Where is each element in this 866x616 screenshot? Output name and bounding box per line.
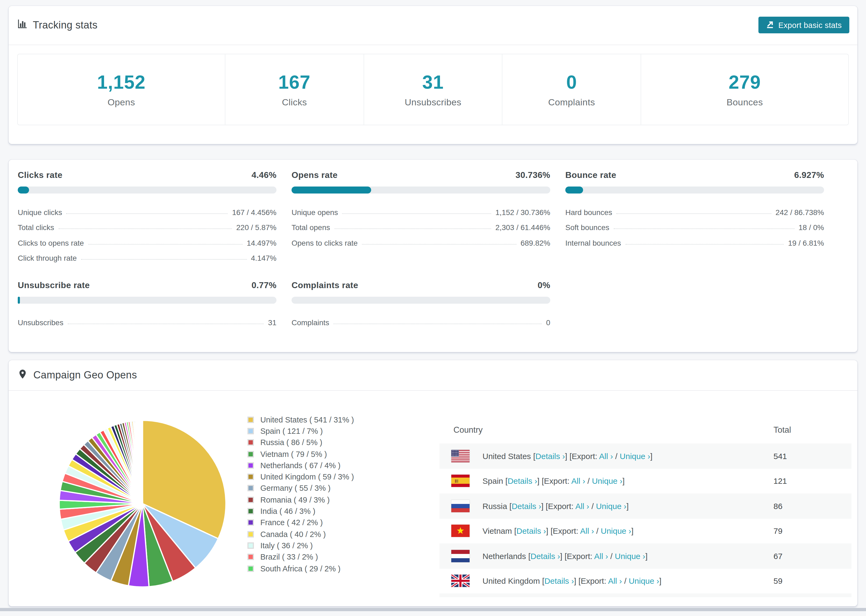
legend-swatch (247, 508, 254, 514)
export-prefix: Export: (544, 476, 572, 486)
geo-row-text: United States [Details ›] [Export: All ›… (482, 451, 652, 460)
stat-box-unsubscribes: 31Unsubscribes (363, 54, 502, 125)
stat-label: Complaints (548, 97, 595, 108)
stat-label: Bounces (726, 97, 763, 108)
rate-row-value: 31 (268, 318, 277, 327)
export-all-link[interactable]: All › (580, 526, 594, 536)
legend-label: Italy ( 36 / 2% ) (260, 541, 313, 550)
geo-row-text: Netherlands [Details ›] [Export: All › /… (482, 552, 648, 561)
details-link[interactable]: Details › (535, 451, 565, 460)
geo-table-header: Country Total (439, 390, 852, 443)
geo-table-row-gb: United Kingdom [Details ›] [Export: All … (439, 569, 852, 593)
export-unique-link[interactable]: Unique › (615, 552, 645, 561)
pie-legend: United States ( 541 / 31% )Spain ( 121 /… (247, 414, 354, 574)
bracket: ] [ (537, 476, 544, 486)
export-unique-link[interactable]: Unique › (596, 501, 627, 511)
legend-item-canada: Canada ( 40 / 2% ) (247, 528, 354, 540)
rate-title: Unsubscribe rate (18, 281, 90, 290)
export-unique-link[interactable]: Unique › (629, 577, 659, 586)
bar-chart-icon (17, 19, 27, 32)
rate-row-label: Complaints (291, 318, 329, 327)
legend-item-russia: Russia ( 86 / 5% ) (247, 437, 354, 448)
details-link[interactable]: Details › (516, 526, 546, 536)
rate-head: Unsubscribe rate0.77% (18, 281, 277, 290)
rate-row-label: Click through rate (18, 254, 77, 262)
total-value: 59 (773, 577, 783, 586)
stat-box-bounces: 279Bounces (641, 54, 848, 125)
stat-box-complaints: 0Complaints (502, 54, 641, 125)
rate-row: Click through rate4.147% (18, 247, 277, 262)
horizontal-scrollbar[interactable] (0, 608, 866, 611)
geo-row-text: Russia [Details ›] [Export: All › / Uniq… (482, 501, 629, 511)
export-unique-link[interactable]: Unique › (601, 526, 631, 536)
rate-row-value: 167 / 4.456% (232, 208, 277, 216)
export-unique-link[interactable]: Unique › (620, 451, 650, 460)
legend-label: Romania ( 49 / 3% ) (260, 495, 330, 504)
export-button-label: Export basic stats (778, 21, 842, 29)
pie-slice-other-40 (142, 420, 143, 504)
page-title: Tracking stats (33, 19, 98, 31)
legend-label: France ( 42 / 2% ) (260, 519, 323, 527)
geo-header: Campaign Geo Opens (9, 360, 857, 391)
export-prefix: Export: (548, 501, 575, 511)
legend-swatch (247, 451, 254, 457)
legend-swatch (247, 485, 254, 492)
details-link[interactable]: Details › (507, 476, 537, 486)
country-name: United Kingdom (482, 577, 542, 586)
rate-row-label: Soft bounces (565, 223, 609, 232)
bracket: ] [ (546, 526, 553, 536)
rate-row: Hard bounces242 / 86.738% (565, 201, 824, 216)
legend-item-united-states: United States ( 541 / 31% ) (247, 414, 354, 426)
flag-es (451, 475, 469, 487)
rate-row-value: 242 / 86.738% (775, 208, 824, 216)
export-all-link[interactable]: All › (599, 451, 613, 460)
bracket: ] [ (565, 451, 572, 460)
export-unique-link[interactable]: Unique › (592, 476, 622, 486)
legend-label: India ( 46 / 3% ) (260, 507, 315, 515)
export-all-link[interactable]: All › (608, 577, 622, 586)
bracket: ] (627, 501, 628, 511)
rate-title: Opens rate (291, 170, 337, 180)
rate-rows: Hard bounces242 / 86.738%Soft bounces18 … (565, 201, 824, 247)
dotted-leader (66, 213, 228, 214)
country-name: Russia (482, 501, 509, 511)
legend-item-south-africa: South Africa ( 29 / 2% ) (247, 563, 354, 574)
rate-row: Complaints0 (291, 311, 550, 327)
tracking-stats-card: Tracking stats Export basic stats 1,152O… (9, 6, 857, 144)
rate-row-value: 689.82% (520, 238, 550, 247)
rate-progress-track (18, 297, 277, 304)
legend-swatch (247, 439, 254, 446)
export-all-link[interactable]: All › (594, 552, 608, 561)
rate-row-value: 2,303 / 61.446% (495, 223, 550, 232)
dotted-leader (88, 244, 242, 244)
geo-opens-pie-chart (56, 417, 229, 590)
export-basic-stats-button[interactable]: Export basic stats (759, 17, 849, 33)
rate-row-value: 19 / 6.81% (788, 238, 824, 247)
campaign-geo-opens-card: Campaign Geo Opens United States ( 541 /… (9, 360, 857, 606)
map-pin-icon (17, 368, 28, 382)
country-name: Netherlands (482, 552, 528, 561)
rate-block-unsubscribe-rate: Unsubscribe rate0.77%Unsubscribes31 (18, 281, 277, 327)
export-all-link[interactable]: All › (575, 501, 589, 511)
details-link[interactable]: Details › (544, 577, 574, 586)
legend-swatch (247, 531, 254, 537)
legend-label: United States ( 541 / 31% ) (260, 415, 354, 424)
rate-row-label: Total clicks (18, 223, 54, 232)
country-name: United States (482, 451, 533, 460)
total-column-header: Total (773, 425, 791, 435)
rate-row-label: Unsubscribes (18, 318, 63, 327)
geo-table-row-nl: Netherlands [Details ›] [Export: All › /… (439, 544, 852, 569)
rate-row-label: Hard bounces (565, 208, 612, 216)
details-link[interactable]: Details › (531, 552, 560, 561)
export-prefix: Export: (553, 526, 580, 536)
export-all-link[interactable]: All › (571, 476, 585, 486)
geo-table-row-de: Germany [Details ›] [Export: All › / Uni… (439, 593, 852, 597)
details-link[interactable]: Details › (512, 501, 541, 511)
bracket: ] [ (574, 577, 581, 586)
dotted-leader (334, 228, 491, 229)
rate-rows: Unsubscribes31 (18, 311, 277, 327)
legend-item-spain: Spain ( 121 / 7% ) (247, 426, 354, 437)
geo-table-rows: United States [Details ›] [Export: All ›… (439, 443, 852, 597)
rate-progress-fill (565, 187, 583, 193)
rate-title: Bounce rate (565, 170, 616, 180)
